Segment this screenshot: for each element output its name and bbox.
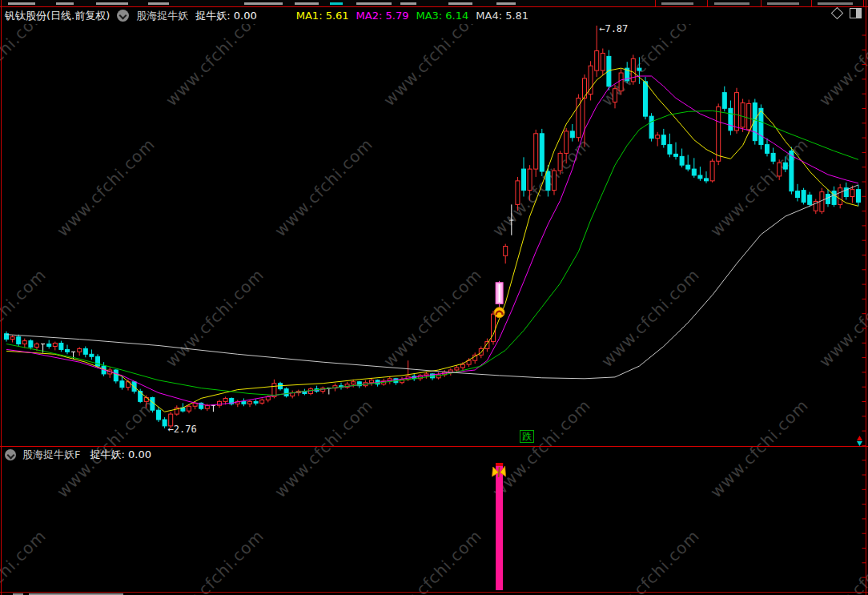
candle xyxy=(790,151,794,191)
candle xyxy=(661,135,665,145)
indicator-name[interactable]: 股海捉牛妖 xyxy=(136,9,188,23)
candle xyxy=(17,337,21,344)
candle xyxy=(193,403,197,406)
candle xyxy=(644,82,648,116)
candle xyxy=(680,156,684,165)
cropped-toolbar-button[interactable] xyxy=(714,2,749,5)
candle xyxy=(668,145,672,155)
candle xyxy=(613,89,617,103)
cropped-toolbar-text xyxy=(8,2,35,5)
candle xyxy=(540,134,544,171)
pane-divider[interactable] xyxy=(0,446,868,447)
candle xyxy=(741,103,745,127)
mini-up-arrow-icon[interactable] xyxy=(857,436,862,440)
candle xyxy=(686,165,690,169)
candle xyxy=(558,153,562,171)
candle xyxy=(10,337,14,340)
candle xyxy=(528,169,532,191)
top-divider xyxy=(0,6,868,7)
candle xyxy=(248,401,252,404)
candle xyxy=(850,190,854,197)
toolbar-separator xyxy=(761,0,762,6)
candle xyxy=(90,354,94,356)
candle xyxy=(729,108,733,131)
candle xyxy=(492,314,496,341)
candle xyxy=(808,195,812,205)
candle xyxy=(656,135,660,139)
candle xyxy=(674,154,678,156)
candle xyxy=(759,108,763,144)
toolbar-separator xyxy=(655,0,656,6)
ma2-label: MA2: 5.79 xyxy=(356,10,409,22)
candle xyxy=(163,420,167,426)
candle xyxy=(78,348,82,352)
cropped-toolbar-text xyxy=(400,2,416,5)
cropped-toolbar-text xyxy=(330,2,343,5)
candle xyxy=(595,50,599,70)
candle xyxy=(516,181,520,205)
cropped-toolbar-text xyxy=(448,2,472,5)
candle xyxy=(766,145,770,154)
candle xyxy=(796,191,800,198)
signal-bar[interactable] xyxy=(496,463,503,590)
ma-line-ma4 xyxy=(6,185,858,379)
candle xyxy=(783,163,787,169)
candle xyxy=(479,348,483,355)
candle xyxy=(139,392,143,402)
candle xyxy=(778,163,782,176)
chevron-down-icon[interactable] xyxy=(117,10,129,22)
fall-badge: 跌 xyxy=(520,430,534,443)
candle xyxy=(218,401,222,405)
chevron-down-icon[interactable] xyxy=(5,449,16,460)
gold-signal-icon xyxy=(494,308,504,318)
candle xyxy=(649,116,653,139)
candle xyxy=(83,348,87,354)
sub-indicator-name[interactable]: 股海捉牛妖F xyxy=(22,448,80,462)
candle xyxy=(619,73,623,91)
candle xyxy=(254,401,258,403)
signal-candle-highlight xyxy=(499,284,500,303)
candle xyxy=(705,179,709,181)
candle xyxy=(710,161,714,181)
cropped-toolbar-button[interactable] xyxy=(661,2,693,5)
candle xyxy=(832,191,836,205)
high-annotation: ←7.87 xyxy=(599,23,628,34)
panel-toggle-icon[interactable] xyxy=(850,8,862,18)
candle xyxy=(260,400,264,403)
candle xyxy=(747,103,751,129)
cropped-toolbar-text xyxy=(96,2,128,5)
candle xyxy=(717,107,721,161)
toolbar-separator xyxy=(811,0,812,6)
sub-chart-header: 股海捉牛妖F 捉牛妖: 0.00 xyxy=(0,448,868,462)
candle xyxy=(53,344,57,347)
window-controls xyxy=(833,8,862,18)
toolbar-separator xyxy=(707,0,708,6)
candle xyxy=(29,341,33,348)
candle xyxy=(826,195,830,204)
app-window: www.cfchi.comwww.cfchi.comwww.cfchi.comw… xyxy=(0,0,868,595)
candle xyxy=(857,190,861,203)
candle xyxy=(631,58,635,82)
ma4-label: MA4: 5.81 xyxy=(476,10,528,22)
main-chart[interactable]: ←7.87←2.76 xyxy=(0,0,868,595)
main-chart-header: 钒钛股份(日线.前复权) 股海捉牛妖 捉牛妖: 0.00 MA1: 5.61 M… xyxy=(0,7,868,24)
diamond-icon[interactable] xyxy=(831,7,844,20)
candle xyxy=(157,410,161,420)
candle xyxy=(66,349,70,352)
candle xyxy=(735,93,739,131)
candle xyxy=(637,68,641,70)
candle xyxy=(96,356,100,366)
candle xyxy=(838,188,842,205)
cropped-toolbar-text xyxy=(56,2,74,5)
cropped-toolbar-button[interactable] xyxy=(818,2,853,5)
candle xyxy=(820,192,824,212)
candle xyxy=(47,344,51,347)
cropped-toolbar-text xyxy=(496,2,516,5)
candle xyxy=(698,175,702,179)
candle xyxy=(546,171,550,191)
butterfly-body-icon xyxy=(499,467,500,477)
cropped-toolbar-button[interactable] xyxy=(767,2,799,5)
candle xyxy=(284,389,288,396)
candle xyxy=(534,134,538,169)
candle xyxy=(242,401,246,404)
